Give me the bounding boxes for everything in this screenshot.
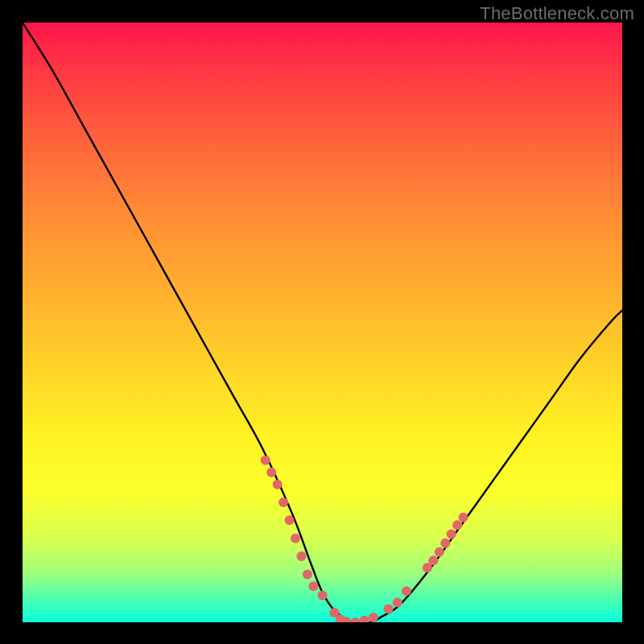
curve-marker (369, 613, 378, 622)
curve-marker (303, 569, 312, 579)
curve-marker (459, 513, 469, 522)
curve-marker (393, 597, 402, 607)
curve-marker (452, 520, 462, 530)
curve-marker (402, 586, 411, 596)
curve-marker (435, 547, 444, 557)
curve-marker (261, 456, 270, 465)
curve-path (23, 23, 622, 622)
curve-marker (285, 515, 295, 525)
curve-marker (273, 480, 283, 489)
watermark-text: TheBottleneck.com (480, 3, 634, 24)
curve-marker (383, 605, 393, 614)
chart-svg (23, 23, 622, 622)
curve-marker (291, 534, 300, 543)
curve-marker (279, 497, 288, 507)
curve-marker (447, 529, 456, 539)
curve-marker (318, 590, 328, 600)
curve-marker (428, 555, 438, 565)
curve-marker (440, 539, 450, 548)
curve-marker (360, 616, 369, 622)
curve-marker (308, 581, 318, 591)
curve-marker (266, 468, 276, 477)
curve-markers (261, 456, 469, 622)
curve-marker (296, 551, 306, 561)
bottleneck-curve (23, 23, 622, 622)
chart-frame (23, 23, 622, 622)
curve-marker (350, 617, 360, 622)
